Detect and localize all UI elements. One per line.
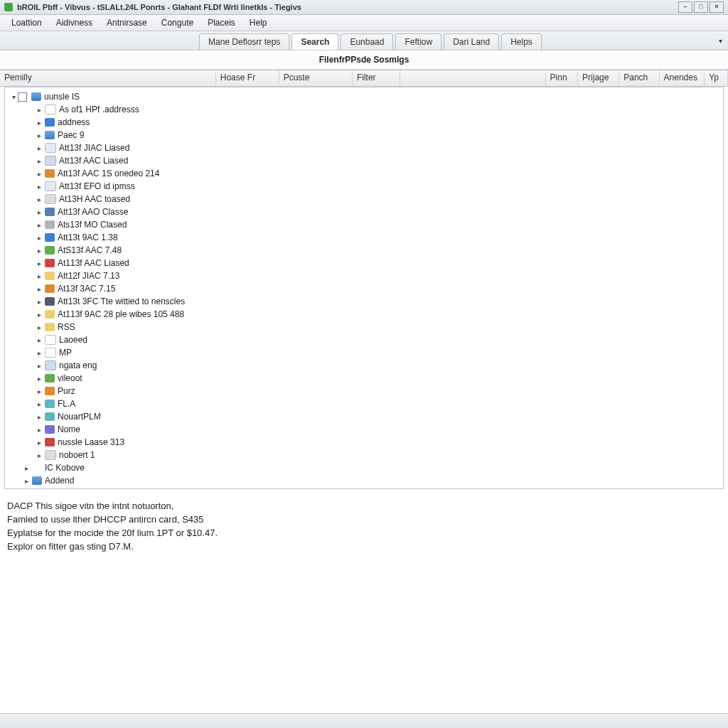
expand-icon[interactable]: ▸ [35, 196, 43, 203]
tab[interactable]: Helps [501, 33, 542, 50]
expand-icon[interactable]: ▸ [35, 349, 43, 357]
column-header[interactable]: Hoase Fr [216, 70, 279, 86]
column-header[interactable]: Pinn [546, 70, 579, 86]
expand-icon[interactable]: ▸ [22, 464, 31, 472]
minimize-button[interactable]: – [678, 1, 692, 13]
expand-icon[interactable]: ▸ [35, 323, 43, 331]
expand-icon[interactable]: ▸ [35, 144, 43, 152]
expand-icon[interactable]: ▸ [35, 247, 43, 255]
column-header[interactable]: Yp [705, 70, 728, 86]
expand-icon[interactable]: ▸ [35, 451, 43, 459]
column-header[interactable]: Prijage [578, 70, 619, 86]
menu-item[interactable]: Placeis [200, 16, 242, 29]
menu-item[interactable]: Loattion [4, 16, 49, 29]
column-header[interactable]: Panch [619, 70, 659, 86]
expand-icon[interactable]: ▸ [35, 362, 43, 370]
tree-node[interactable]: ▸Purz [5, 385, 723, 397]
expand-icon[interactable]: ▸ [35, 285, 43, 293]
tree-node[interactable]: ▸At113f AAC Liased [5, 257, 723, 269]
maximize-button[interactable]: □ [694, 1, 708, 13]
node-icon [45, 438, 55, 446]
tree-node[interactable]: ▸MP [5, 346, 723, 359]
tree-node[interactable]: ▸ngata eng [5, 359, 723, 372]
tree-node[interactable]: ▸NouartPLM [5, 410, 723, 423]
status-bar [0, 713, 728, 728]
tree-node[interactable]: ▸At13f 3AC 7.15 [5, 282, 723, 295]
tree-node[interactable]: ▾uunsle IS [5, 90, 723, 103]
column-header[interactable]: Pcuste [279, 70, 353, 86]
expand-icon[interactable]: ▸ [35, 336, 43, 344]
tree-node[interactable]: ▸Att13f AAC Liased [5, 154, 723, 167]
close-button[interactable]: × [710, 1, 724, 13]
expand-icon[interactable]: ▸ [35, 170, 43, 178]
tree-node[interactable]: ▸vileoot [5, 372, 723, 385]
menu-item[interactable]: Help [242, 16, 274, 29]
tree-node[interactable]: ▸AtS13f AAC 7.48 [5, 244, 723, 257]
expand-icon[interactable]: ▸ [35, 426, 43, 434]
tree-node[interactable]: ▸At13H AAC toased [5, 193, 723, 205]
tree-node[interactable]: ▸Ats13f MO Clased [5, 218, 723, 231]
expand-icon[interactable]: ▸ [35, 387, 43, 395]
expand-icon[interactable]: ▸ [35, 157, 43, 165]
menu-item[interactable]: Antnirsase [100, 16, 154, 29]
node-label: Att13t 3FC Tte wittied to nenscles [58, 296, 185, 306]
tab[interactable]: Eunbaad [341, 33, 393, 50]
tree-node[interactable]: ▸addness [5, 116, 723, 129]
expand-icon[interactable]: ▸ [35, 439, 43, 446]
tree-node[interactable]: ▸Att12f JIAC 7.13 [5, 269, 723, 282]
tree-node[interactable]: ▸Att13t 3FC Tte wittied to nenscles [5, 295, 723, 308]
tree-node[interactable]: ▸At113f 9AC 28 ple wibes 105 488 [5, 308, 723, 321]
tree-node[interactable]: ▸nussle Laase 313 [5, 436, 723, 449]
node-label: At113f 9AC 28 ple wibes 105 488 [58, 309, 184, 319]
column-header[interactable] [400, 70, 545, 86]
tab[interactable]: Dari Land [444, 33, 499, 50]
expand-icon[interactable]: ▸ [22, 477, 31, 485]
column-header[interactable]: Anendes [660, 70, 705, 86]
expand-icon[interactable]: ▸ [35, 259, 43, 267]
tree-node[interactable]: ▸Att13f JIAC Liased [5, 141, 723, 154]
expand-icon[interactable]: ▸ [35, 208, 43, 216]
expand-icon[interactable]: ▸ [35, 375, 43, 382]
tree-node[interactable]: ▸Paec 9 [5, 129, 723, 141]
tab[interactable]: Mane Deflosrr teps [199, 33, 289, 50]
tree-node[interactable]: ▸Att13f AAC 1S onedeo 214 [5, 167, 723, 180]
tree-node[interactable]: ▸Att13f EFO id ipmss [5, 180, 723, 193]
tab-overflow-icon[interactable]: ▾ [719, 37, 722, 45]
expand-icon[interactable]: ▸ [35, 221, 43, 229]
node-label: AtS13f AAC 7.48 [58, 245, 122, 255]
tree-node[interactable]: ▸Att13f AAO Classe [5, 205, 723, 218]
tree-node[interactable]: ▸Nome [5, 423, 723, 436]
expand-icon[interactable]: ▸ [35, 119, 43, 127]
tab[interactable]: Search [291, 33, 338, 50]
collapse-icon[interactable]: ▾ [9, 93, 18, 101]
column-header[interactable]: Filter [353, 70, 400, 86]
menu-item[interactable]: Aidivness [49, 16, 100, 29]
expand-icon[interactable]: ▸ [35, 234, 43, 242]
expand-icon[interactable]: ▸ [35, 183, 43, 191]
expand-icon[interactable]: ▸ [35, 400, 43, 408]
tree-panel[interactable]: ▾uunsle IS▸As of1 HPf .addresss▸addness▸… [4, 87, 724, 489]
menu-item[interactable]: Congute [154, 16, 200, 29]
node-icon [45, 259, 55, 267]
tree-node[interactable]: ▸Addend [5, 474, 723, 487]
node-label: Att13t 9AC 1.38 [58, 232, 118, 242]
checkbox[interactable] [18, 92, 27, 102]
tree-node[interactable]: ▸Att13t 9AC 1.38 [5, 231, 723, 244]
expand-icon[interactable]: ▸ [35, 298, 43, 306]
expand-icon[interactable]: ▸ [35, 272, 43, 280]
node-label: vileoot [58, 373, 82, 383]
expand-icon[interactable]: ▸ [35, 132, 43, 139]
tree-node[interactable]: ▸IC Kobove [5, 461, 723, 474]
expand-icon[interactable]: ▸ [35, 413, 43, 421]
tree-node[interactable]: ▸FL.A [5, 397, 723, 410]
tab[interactable]: Feftiow [395, 33, 441, 50]
tree-node[interactable]: ▸Laoeed [5, 333, 723, 346]
tree-node[interactable]: ▸As of1 HPf .addresss [5, 103, 723, 116]
node-icon [45, 360, 56, 370]
expand-icon[interactable]: ▸ [35, 311, 43, 318]
tree-node[interactable]: ▸noboert 1 [5, 449, 723, 461]
grid-header: PemillyHoase FrPcusteFilterPinnPrijagePa… [0, 70, 728, 87]
tree-node[interactable]: ▸RSS [5, 321, 723, 333]
column-header[interactable]: Pemilly [0, 70, 216, 86]
expand-icon[interactable]: ▸ [35, 106, 43, 114]
